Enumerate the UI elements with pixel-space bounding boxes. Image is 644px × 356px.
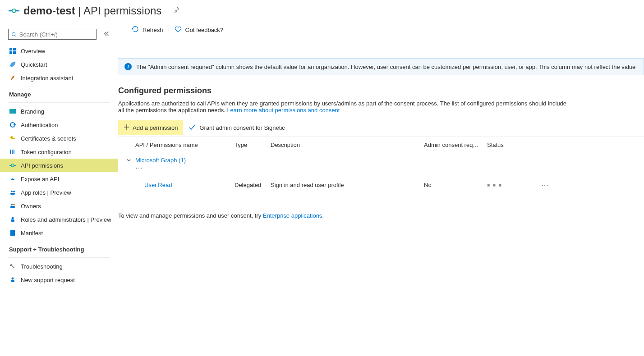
grant-admin-consent-label: Grant admin consent for Signetic xyxy=(199,124,285,131)
refresh-button[interactable]: Refresh xyxy=(126,26,169,34)
sidebar-item-owners[interactable]: Owners xyxy=(0,199,118,213)
sidebar-item-roles-administrators[interactable]: Roles and administrators | Preview xyxy=(0,213,118,226)
sidebar-item-label: Certificates & secrets xyxy=(21,135,76,142)
sidebar-item-branding[interactable]: Branding xyxy=(0,105,118,118)
row-more-button[interactable]: ⋯ xyxy=(541,181,568,189)
main-content: Refresh Got feedback? i The "Admin conse… xyxy=(118,20,644,356)
svg-rect-14 xyxy=(12,150,13,154)
banner-text: The "Admin consent required" column show… xyxy=(136,64,637,70)
svg-point-25 xyxy=(12,217,14,219)
search-input[interactable] xyxy=(18,31,93,38)
troubleshooting-icon xyxy=(9,263,16,270)
owners-icon xyxy=(9,202,16,210)
check-icon xyxy=(189,123,196,132)
svg-rect-29 xyxy=(11,280,14,282)
svg-point-23 xyxy=(13,204,15,205)
svg-rect-15 xyxy=(14,150,14,154)
sidebar-item-authentication[interactable]: Authentication xyxy=(0,118,118,132)
table-header: API / Permissions name Type Description … xyxy=(118,137,644,153)
app-registration-icon xyxy=(8,5,20,17)
sidebar-item-new-support-request[interactable]: New support request xyxy=(0,273,118,287)
svg-point-20 xyxy=(13,191,15,192)
sidebar-item-label: Expose an API xyxy=(21,176,59,183)
permission-name[interactable]: User.Read xyxy=(135,182,235,188)
sidebar-item-label: Branding xyxy=(21,108,44,115)
col-type: Type xyxy=(235,141,271,148)
authentication-icon xyxy=(9,121,16,128)
chevron-down-icon[interactable] xyxy=(126,158,135,163)
svg-rect-8 xyxy=(13,51,16,54)
sidebar-item-certificates-secrets[interactable]: Certificates & secrets xyxy=(0,132,118,145)
add-permission-label: Add a permission xyxy=(133,124,178,131)
svg-rect-5 xyxy=(9,48,12,50)
sidebar-item-app-roles[interactable]: App roles | Preview xyxy=(0,186,118,199)
feedback-button[interactable]: Got feedback? xyxy=(169,26,229,34)
sidebar-section-support: Support + Troubleshooting xyxy=(0,240,118,256)
col-consent: Admin consent req… xyxy=(424,141,487,148)
sidebar-section-manage: Manage xyxy=(0,85,118,100)
action-row: Add a permission Grant admin consent for… xyxy=(118,120,644,136)
grant-admin-consent-button[interactable]: Grant admin consent for Signetic xyxy=(183,120,290,136)
sidebar-item-integration-assistant[interactable]: Integration assistant xyxy=(0,71,118,85)
group-more-button[interactable]: ⋯ xyxy=(135,164,235,172)
sidebar-item-token-configuration[interactable]: Token configuration xyxy=(0,145,118,159)
permissions-table: API / Permissions name Type Description … xyxy=(118,137,644,194)
configured-permissions-description: Applications are authorized to call APIs… xyxy=(118,100,569,114)
sidebar-item-label: Owners xyxy=(21,203,41,210)
sidebar-item-label: Authentication xyxy=(21,122,58,128)
svg-point-16 xyxy=(11,164,14,167)
branding-icon xyxy=(9,108,16,115)
svg-point-0 xyxy=(12,9,16,13)
sidebar-item-label: New support request xyxy=(21,277,75,283)
svg-rect-24 xyxy=(10,206,15,208)
svg-rect-27 xyxy=(10,230,15,236)
api-permissions-icon xyxy=(9,162,16,169)
svg-rect-12 xyxy=(12,138,15,139)
svg-rect-7 xyxy=(9,51,12,54)
sidebar-item-label: Roles and administrators | Preview xyxy=(21,216,111,223)
sidebar-item-label: Integration assistant xyxy=(21,75,73,82)
manifest-icon xyxy=(9,229,16,237)
svg-point-22 xyxy=(11,204,13,205)
heart-icon xyxy=(175,26,182,34)
permission-consent: No xyxy=(424,182,487,188)
sidebar-item-overview[interactable]: Overview xyxy=(0,44,118,58)
sidebar-item-label: Overview xyxy=(21,48,45,55)
chevron-double-left-icon xyxy=(104,31,109,37)
svg-point-3 xyxy=(12,32,15,36)
col-status: Status xyxy=(487,141,541,148)
permission-status: ■ ■ ■ xyxy=(487,183,541,187)
refresh-label: Refresh xyxy=(143,27,163,33)
sidebar-item-api-permissions[interactable]: API permissions xyxy=(0,159,118,172)
enterprise-applications-link[interactable]: Enterprise applications xyxy=(263,212,322,219)
svg-rect-26 xyxy=(11,219,14,222)
page-header: demo-test | API permissions xyxy=(0,0,644,20)
roles-admin-icon xyxy=(9,216,16,223)
permission-type: Delegated xyxy=(235,182,271,188)
col-name: API / Permissions name xyxy=(135,141,235,148)
expose-api-icon xyxy=(9,175,16,183)
info-icon: i xyxy=(124,63,132,70)
table-row: User.Read Delegated Sign in and read use… xyxy=(118,176,644,194)
sidebar-item-troubleshooting[interactable]: Troubleshooting xyxy=(0,260,118,273)
sidebar-item-quickstart[interactable]: Quickstart xyxy=(0,58,118,71)
sidebar-item-label: Quickstart xyxy=(21,61,47,68)
table-group-row[interactable]: Microsoft Graph (1) ⋯ xyxy=(118,153,644,176)
sidebar-item-label: Token configuration xyxy=(21,149,72,155)
sidebar-item-manifest[interactable]: Manifest xyxy=(0,226,118,240)
sidebar-item-expose-api[interactable]: Expose an API xyxy=(0,172,118,186)
svg-rect-6 xyxy=(13,48,16,50)
svg-rect-9 xyxy=(9,109,16,114)
permission-description: Sign in and read user profile xyxy=(271,182,424,188)
refresh-icon xyxy=(132,26,139,34)
sidebar-search[interactable] xyxy=(8,29,97,40)
plus-icon xyxy=(124,124,130,132)
add-permission-button[interactable]: Add a permission xyxy=(118,120,183,135)
quickstart-icon xyxy=(9,61,16,68)
sidebar: Overview Quickstart Integration assistan… xyxy=(0,20,118,356)
svg-point-28 xyxy=(12,278,14,280)
group-label[interactable]: Microsoft Graph (1) xyxy=(135,157,487,164)
pin-button[interactable] xyxy=(170,6,182,15)
sidebar-collapse-button[interactable] xyxy=(101,31,112,38)
learn-more-link[interactable]: Learn more about permissions and consent xyxy=(227,107,340,114)
